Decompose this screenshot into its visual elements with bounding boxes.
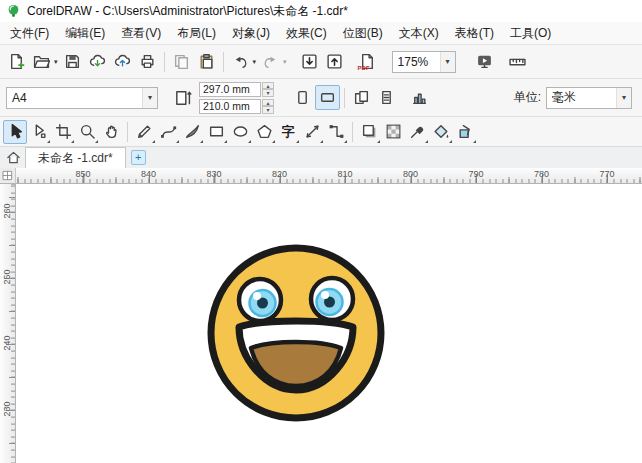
- toolbar-separator: [164, 52, 165, 72]
- standard-toolbar: ▾: [0, 44, 642, 78]
- open-dropdown-arrow[interactable]: ▾: [54, 58, 58, 66]
- menu-item[interactable]: 位图(B): [335, 22, 391, 44]
- eyedropper-tool[interactable]: [405, 120, 429, 144]
- undo-button[interactable]: [228, 49, 253, 74]
- spin-down-button[interactable]: ▾: [262, 89, 274, 97]
- fill-diamond-icon: [433, 123, 450, 140]
- new-document-button[interactable]: [4, 49, 29, 74]
- spin-up-button[interactable]: ▴: [262, 82, 274, 90]
- bezier-curve-icon: [160, 123, 177, 140]
- undo-dropdown-arrow[interactable]: ▾: [253, 58, 257, 66]
- polygon-tool[interactable]: [252, 120, 276, 144]
- print-button[interactable]: [135, 49, 160, 74]
- page-size-fields: ▴ ▾ ▴ ▾: [199, 82, 274, 114]
- property-bar: A4 ▾ ▴ ▾ ▴ ▾: [0, 78, 642, 116]
- zoom-dropdown-arrow[interactable]: ▾: [440, 52, 455, 72]
- page-preset-dropdown-arrow[interactable]: ▾: [142, 88, 157, 108]
- artistic-media-tool[interactable]: [180, 120, 204, 144]
- cloud-upload-icon: [114, 53, 131, 70]
- page-width-spinner[interactable]: ▴ ▾: [262, 82, 274, 97]
- connector-tool[interactable]: [324, 120, 348, 144]
- text-tool-glyph: 字: [282, 123, 295, 141]
- smart-fill-tool[interactable]: [453, 120, 477, 144]
- landscape-button[interactable]: [315, 85, 340, 110]
- menu-item[interactable]: 文本(X): [391, 22, 447, 44]
- drawing-canvas[interactable]: [16, 184, 642, 463]
- portrait-button[interactable]: [290, 85, 315, 110]
- page-height-row: ▴ ▾: [199, 99, 274, 114]
- publish-pdf-button[interactable]: PDF: [355, 49, 380, 74]
- paste-button[interactable]: [194, 49, 219, 74]
- page-preset-combo[interactable]: A4 ▾: [6, 87, 158, 109]
- all-pages-button[interactable]: [349, 85, 374, 110]
- rectangle-tool[interactable]: [204, 120, 228, 144]
- page-dimensions-icon: [170, 85, 195, 110]
- export-button[interactable]: [322, 49, 347, 74]
- pdf-label: PDF: [358, 65, 370, 71]
- page-height-spinner[interactable]: ▴ ▾: [262, 99, 274, 114]
- shape-tool[interactable]: [27, 120, 51, 144]
- units-label: 单位:: [514, 89, 541, 106]
- ruler-icon: [509, 53, 526, 70]
- home-icon: [6, 150, 21, 165]
- v-ruler-label: 230: [2, 397, 12, 421]
- polygon-icon: [256, 123, 273, 140]
- dimension-tool[interactable]: [300, 120, 324, 144]
- copy-button: [169, 49, 194, 74]
- new-document-tab-button[interactable]: +: [131, 150, 146, 165]
- zoom-tool[interactable]: [75, 120, 99, 144]
- page-preset-value: A4: [12, 91, 27, 105]
- vertical-ruler[interactable]: 260250240230: [0, 184, 16, 463]
- menu-item[interactable]: 效果(C): [278, 22, 335, 44]
- drop-shadow-icon: [361, 123, 378, 140]
- menu-item[interactable]: 布局(L): [169, 22, 224, 44]
- crop-tool[interactable]: [51, 120, 75, 144]
- menu-item[interactable]: 表格(T): [447, 22, 502, 44]
- smiley-right-eye-highlight: [321, 291, 329, 299]
- show-rulers-button[interactable]: [505, 49, 530, 74]
- units-combo[interactable]: 毫米 ▾: [546, 87, 632, 109]
- freehand-tool[interactable]: [132, 120, 156, 144]
- coreldraw-window: CorelDRAW - C:\Users\Administrator\Pictu…: [0, 0, 642, 463]
- landscape-icon: [319, 89, 336, 106]
- v-ruler-label: 260: [2, 199, 12, 223]
- ellipse-tool[interactable]: [228, 120, 252, 144]
- print-icon: [139, 53, 156, 70]
- units-dropdown-arrow[interactable]: ▾: [616, 88, 631, 108]
- page-width-input[interactable]: [199, 82, 261, 97]
- home-button[interactable]: [3, 147, 23, 167]
- page-height-input[interactable]: [199, 99, 261, 114]
- pick-tool[interactable]: [3, 120, 27, 144]
- fullscreen-preview-button[interactable]: [472, 49, 497, 74]
- redo-button: [258, 49, 283, 74]
- menu-item[interactable]: 对象(J): [224, 22, 278, 44]
- menu-item[interactable]: 文件(F): [2, 22, 57, 44]
- spin-down-button[interactable]: ▾: [262, 106, 274, 114]
- units-value: 毫米: [552, 89, 576, 106]
- interactive-fill-tool[interactable]: [429, 120, 453, 144]
- document-tab-active[interactable]: 未命名 -1.cdr*: [25, 147, 126, 168]
- import-button[interactable]: [297, 49, 322, 74]
- spin-up-button[interactable]: ▴: [262, 99, 274, 107]
- open-button[interactable]: [29, 49, 54, 74]
- rectangle-icon: [208, 123, 225, 140]
- menu-item[interactable]: 查看(V): [113, 22, 169, 44]
- drop-shadow-tool[interactable]: [357, 120, 381, 144]
- current-page-button[interactable]: [374, 85, 399, 110]
- bezier-tool[interactable]: [156, 120, 180, 144]
- menu-item[interactable]: 工具(O): [502, 22, 559, 44]
- hand-icon: [103, 123, 120, 140]
- drawing-scale-button[interactable]: [407, 85, 432, 110]
- cloud-upload-button[interactable]: [110, 49, 135, 74]
- smiley-face-object[interactable]: [206, 241, 388, 423]
- text-tool[interactable]: 字: [276, 120, 300, 144]
- horizontal-ruler[interactable]: 850840830820810800790780770: [16, 168, 642, 184]
- zoom-level-combo[interactable]: 175% ▾: [392, 51, 456, 73]
- pan-tool[interactable]: [99, 120, 123, 144]
- toolbox: 字: [0, 116, 642, 146]
- save-button[interactable]: [60, 49, 85, 74]
- cloud-download-button[interactable]: [85, 49, 110, 74]
- ruler-origin-corner[interactable]: [0, 168, 16, 184]
- transparency-tool[interactable]: [381, 120, 405, 144]
- menu-item[interactable]: 编辑(E): [57, 22, 113, 44]
